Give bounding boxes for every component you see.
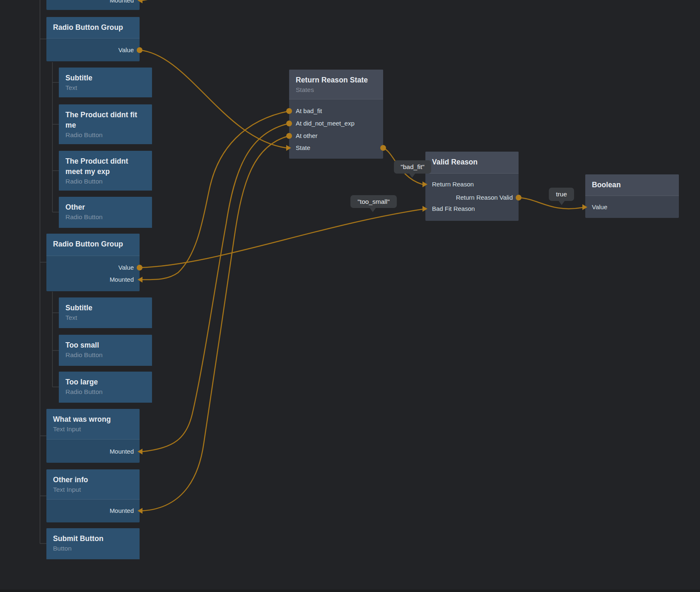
port-label-return-reason-valid: Return Reason Valid — [456, 193, 513, 202]
value-label-tail — [369, 208, 376, 212]
port-label-at-did-not-meet-exp: At did_not_meet_exp — [296, 119, 355, 128]
wire-rbg1-value-to-state[interactable] — [140, 50, 286, 148]
node-header: The Product didnt fit meRadio Button — [59, 104, 152, 144]
node-too-small[interactable]: Too smallRadio Button — [59, 335, 152, 366]
node-subtitle-2[interactable]: SubtitleText — [59, 297, 152, 328]
wire-offscreen-to-clipped-top-mounted[interactable] — [142, 0, 179, 0]
port-label-return-reason: Return Reason — [432, 180, 474, 189]
port-label-mounted: Mounted — [110, 275, 134, 284]
node-title: Radio Button Group — [53, 239, 133, 249]
port-arrow-mounted[interactable] — [138, 277, 142, 283]
node-header: Radio Button Group — [46, 234, 140, 256]
node-product-didnt-meet[interactable]: The Product didnt meet my expRadio Butto… — [59, 151, 152, 191]
value-label-true: true — [549, 188, 574, 201]
node-title: Return Reason State — [296, 75, 377, 85]
node-title: Other info — [53, 475, 133, 485]
port-arrow-state[interactable] — [286, 145, 291, 151]
node-title: Radio Button Group — [53, 22, 133, 33]
node-header: Other infoText Input — [46, 469, 140, 500]
port-label-at-bad-fit: At bad_fit — [296, 106, 322, 116]
port-dot-value[interactable] — [137, 265, 142, 271]
node-header: Submit ButtonButton — [46, 528, 140, 559]
node-subtitle: Text — [65, 83, 145, 92]
port-label-mounted: Mounted — [110, 0, 134, 5]
port-label-mounted: Mounted — [110, 506, 134, 515]
wire-at-other-to-other-info-mounted[interactable] — [142, 136, 289, 511]
node-header: Return Reason StateStates — [289, 70, 383, 99]
value-label-text: "too_small" — [357, 198, 389, 205]
node-title: Too large — [65, 377, 145, 387]
node-subtitle: Radio Button — [65, 213, 145, 222]
port-label-value: Value — [118, 263, 134, 272]
node-graph-canvas[interactable]: MountedRadio Button GroupValueSubtitleTe… — [0, 0, 700, 592]
node-header: Radio Button Group — [46, 17, 140, 39]
port-arrow-return-reason[interactable] — [422, 181, 427, 187]
node-subtitle: Text Input — [53, 485, 133, 494]
node-clipped-top[interactable]: Mounted — [46, 0, 140, 10]
node-subtitle: Radio Button — [65, 177, 145, 186]
node-title: Submit Button — [53, 534, 133, 544]
port-arrow-mounted[interactable] — [138, 508, 142, 514]
node-title: Subtitle — [65, 303, 145, 313]
node-header: SubtitleText — [59, 297, 152, 328]
port-arrow-value[interactable] — [582, 204, 587, 210]
node-title: Valid Reason — [432, 157, 512, 167]
port-arrow-mounted[interactable] — [138, 449, 142, 454]
node-return-reason-state[interactable]: Return Reason StateStatesAt bad_fitAt di… — [289, 70, 383, 159]
node-title: The Product didnt meet my exp — [65, 156, 145, 177]
value-label-text: "bad_fit" — [401, 163, 425, 171]
node-valid-reason[interactable]: Valid ReasonReturn ReasonReturn Reason V… — [425, 152, 519, 221]
value-label-bad-fit: "bad_fit" — [394, 160, 431, 174]
port-dot-at-other[interactable] — [286, 133, 292, 139]
node-header: Too smallRadio Button — [59, 335, 152, 366]
node-header: What was wrongText Input — [46, 409, 140, 440]
node-subtitle: Radio Button — [65, 350, 145, 360]
node-header: OtherRadio Button — [59, 197, 152, 228]
port-dot-return-reason-valid[interactable] — [516, 195, 521, 201]
wire-rbg2-value-to-bad-fit-reason[interactable] — [140, 209, 422, 268]
value-label-text: true — [556, 191, 567, 198]
node-what-was-wrong[interactable]: What was wrongText InputMounted — [46, 409, 140, 463]
node-header: The Product didnt meet my expRadio Butto… — [59, 151, 152, 191]
port-dot-out[interactable] — [380, 145, 386, 151]
node-subtitle: Radio Button — [65, 387, 145, 396]
node-header: Boolean — [585, 174, 679, 196]
port-dot-at-did-not-meet-exp[interactable] — [286, 121, 292, 126]
wire-at-did-not-meet-exp-to-www-mounted[interactable] — [142, 123, 289, 452]
node-subtitle: Radio Button — [65, 130, 145, 140]
node-other-info[interactable]: Other infoText InputMounted — [46, 469, 140, 522]
node-radio-button-group-1[interactable]: Radio Button GroupValue — [46, 17, 140, 61]
node-product-didnt-fit[interactable]: The Product didnt fit meRadio Button — [59, 104, 152, 144]
port-label-mounted: Mounted — [110, 447, 134, 456]
canvas-bottom-edge — [0, 590, 700, 592]
node-subtitle: Button — [53, 544, 133, 553]
node-header: Valid Reason — [425, 152, 519, 174]
node-title: Too small — [65, 340, 145, 350]
node-header: Too largeRadio Button — [59, 372, 152, 403]
port-dot-at-bad-fit[interactable] — [286, 108, 292, 114]
node-title: Boolean — [592, 180, 672, 190]
node-submit-button[interactable]: Submit ButtonButton — [46, 528, 140, 559]
node-radio-button-group-2[interactable]: Radio Button GroupValueMounted — [46, 234, 140, 291]
node-other[interactable]: OtherRadio Button — [59, 197, 152, 228]
node-boolean[interactable]: BooleanValue — [585, 174, 679, 218]
port-label-value: Value — [592, 203, 607, 212]
port-label-value: Value — [118, 46, 134, 55]
node-subtitle: States — [296, 85, 377, 94]
node-title: The Product didnt fit me — [65, 110, 145, 130]
value-label-tail — [409, 173, 415, 178]
node-title: Other — [65, 202, 145, 213]
node-too-large[interactable]: Too largeRadio Button — [59, 372, 152, 403]
node-header: SubtitleText — [59, 68, 152, 97]
node-subtitle: Text Input — [53, 425, 133, 434]
node-subtitle-1[interactable]: SubtitleText — [59, 68, 152, 97]
port-label-bad-fit-reason: Bad Fit Reason — [432, 204, 475, 213]
port-arrow-mounted[interactable] — [138, 0, 142, 3]
port-dot-value[interactable] — [137, 47, 142, 53]
wire-at-bad-fit-to-rbg2-mounted[interactable] — [142, 111, 289, 280]
value-label-too-small: "too_small" — [350, 195, 397, 208]
port-arrow-bad-fit-reason[interactable] — [422, 206, 427, 212]
node-title: Subtitle — [65, 73, 145, 83]
node-subtitle: Text — [65, 313, 145, 322]
port-label-state: State — [296, 143, 310, 152]
